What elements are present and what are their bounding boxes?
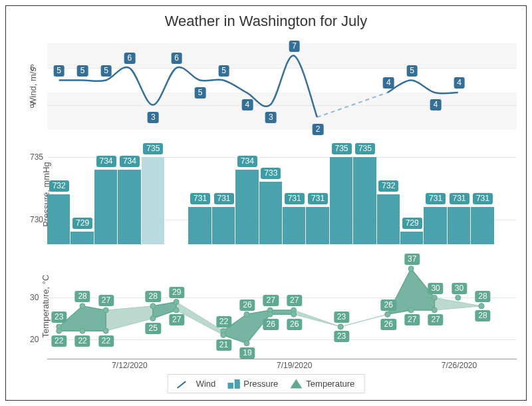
data-label: 735 [331, 143, 351, 154]
data-label: 23 [334, 311, 349, 323]
svg-point-15 [267, 311, 273, 317]
area-icon [290, 379, 302, 389]
data-label: 28 [475, 310, 490, 321]
line-icon [178, 379, 192, 389]
data-label: 25 [146, 323, 161, 334]
svg-point-28 [479, 304, 484, 309]
legend-item-temperature[interactable]: Temperature [290, 379, 354, 389]
data-label: 731 [308, 193, 328, 204]
pane-pressure: Pressure, mmHg 735 730 73272973473473573… [47, 144, 517, 244]
data-label: 5 [77, 65, 88, 77]
bar[interactable] [142, 157, 164, 244]
data-label: 4 [242, 99, 253, 110]
svg-point-9 [174, 307, 179, 313]
svg-point-5 [103, 328, 108, 333]
svg-point-13 [244, 341, 249, 346]
data-label: 734 [120, 156, 140, 167]
data-label: 4 [430, 99, 442, 110]
data-label: 22 [74, 335, 90, 347]
data-label: 23 [51, 311, 66, 323]
data-label: 7 [289, 41, 300, 52]
svg-point-22 [408, 266, 414, 272]
x-axis: 7/12/20207/19/20207/26/2020 [47, 359, 517, 371]
svg-point-19 [338, 324, 343, 329]
data-label: 3 [148, 112, 159, 123]
bar[interactable] [283, 207, 305, 244]
data-label: 26 [381, 300, 396, 311]
data-label: 731 [190, 193, 210, 204]
data-label: 5 [53, 65, 65, 77]
data-label: 27 [287, 295, 302, 306]
svg-point-7 [150, 315, 156, 321]
svg-point-17 [291, 311, 297, 317]
data-label: 732 [49, 180, 69, 192]
legend-label: Pressure [243, 379, 278, 389]
legend: Wind Pressure Temperature [168, 374, 365, 393]
data-label: 37 [404, 254, 420, 265]
svg-point-1 [57, 328, 62, 333]
data-label: 4 [454, 77, 465, 89]
data-label: 5 [195, 87, 206, 99]
chart-frame: Weather in Washington for July Wind, m/s… [5, 5, 527, 401]
data-label: 5 [218, 65, 229, 77]
bar[interactable] [235, 170, 258, 245]
data-label: 30 [452, 283, 467, 294]
data-label: 3 [265, 112, 277, 123]
data-label: 732 [378, 180, 398, 192]
data-label: 731 [449, 193, 469, 204]
bar[interactable] [47, 194, 70, 244]
bar[interactable] [94, 170, 117, 245]
ytick: 30 [30, 293, 39, 302]
chart-title: Weather in Washington for July [6, 6, 526, 34]
data-label: 27 [98, 295, 114, 306]
data-label: 22 [51, 335, 66, 347]
svg-point-23 [408, 307, 414, 313]
data-label: 26 [381, 319, 396, 330]
data-label: 28 [475, 291, 490, 302]
bar[interactable] [424, 207, 446, 244]
svg-point-25 [432, 307, 437, 313]
data-label: 729 [72, 218, 92, 229]
data-label: 19 [239, 347, 255, 359]
data-label: 5 [406, 65, 418, 77]
data-label: 734 [237, 156, 257, 167]
data-label: 6 [124, 53, 136, 64]
ytick: 730 [30, 215, 43, 224]
svg-point-24 [432, 295, 437, 300]
svg-point-2 [80, 304, 85, 309]
data-label: 731 [473, 193, 493, 204]
bar[interactable] [330, 157, 352, 244]
bar[interactable] [353, 157, 376, 244]
data-label: 26 [287, 319, 302, 330]
bar[interactable] [188, 207, 211, 244]
bar[interactable] [118, 170, 140, 245]
data-label: 731 [285, 193, 305, 204]
ytick: 20 [30, 335, 39, 344]
ytick: 735 [30, 152, 43, 162]
data-label: 28 [146, 291, 161, 302]
ytick: 3 [30, 101, 35, 110]
data-label: 2 [313, 124, 324, 135]
data-label: 30 [428, 283, 443, 294]
svg-point-6 [150, 304, 156, 309]
bar[interactable] [306, 207, 329, 244]
bar[interactable] [377, 194, 400, 244]
svg-point-26 [456, 295, 461, 300]
svg-point-8 [174, 300, 179, 305]
xtick: 7/12/2020 [112, 361, 147, 370]
data-label: 6 [171, 53, 182, 64]
bar[interactable] [212, 207, 235, 244]
svg-point-3 [80, 328, 85, 333]
xtick: 7/26/2020 [442, 361, 477, 370]
bar[interactable] [400, 232, 423, 244]
data-label: 23 [334, 331, 349, 342]
legend-item-pressure[interactable]: Pressure [227, 379, 278, 389]
data-label: 4 [383, 77, 394, 89]
bar-icon [227, 379, 239, 389]
bar[interactable] [70, 232, 93, 244]
legend-item-wind[interactable]: Wind [178, 379, 216, 389]
bar[interactable] [448, 207, 470, 244]
data-label: 27 [263, 295, 279, 306]
bar[interactable] [471, 207, 493, 244]
bar[interactable] [259, 182, 282, 244]
